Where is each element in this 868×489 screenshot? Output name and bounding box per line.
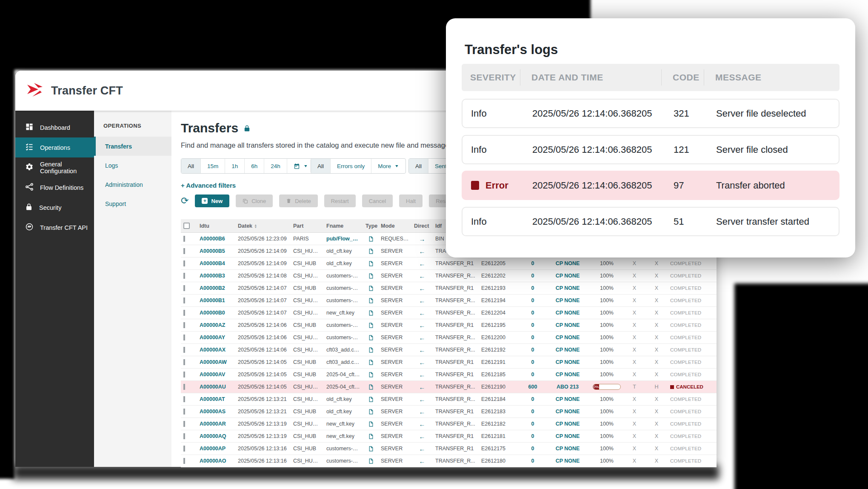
cell-idtu[interactable]: A00000AP xyxy=(197,446,235,452)
refresh-icon[interactable]: ⟳ xyxy=(181,196,188,206)
filter-option-errors-only[interactable]: Errors only xyxy=(330,159,371,173)
submenu-item-administration[interactable]: Administration xyxy=(94,175,171,194)
row-checkbox[interactable] xyxy=(183,446,185,452)
sidebar-item-security[interactable]: Security xyxy=(15,197,94,217)
row-checkbox[interactable] xyxy=(183,285,185,291)
select-all-checkbox[interactable] xyxy=(183,223,190,229)
new-button[interactable]: + New xyxy=(195,194,229,207)
cell-direct: ← xyxy=(411,396,433,403)
cell-idtu[interactable]: A00000AW xyxy=(197,359,235,365)
cell-idtu[interactable]: A00000AT xyxy=(197,396,235,402)
submenu-item-logs[interactable]: Logs xyxy=(94,156,171,175)
table-row-a00000b1[interactable]: A00000B12025/05/26 12:14:07CSI_HUB_KAF..… xyxy=(181,295,717,307)
sort-icon[interactable]: ▴▾ xyxy=(255,224,257,228)
cell-idtu[interactable]: A00000AQ xyxy=(197,433,235,439)
row-checkbox[interactable] xyxy=(183,359,185,365)
cell-idtu[interactable]: A00000AO xyxy=(197,458,235,464)
cell-idtu[interactable]: A00000AS xyxy=(197,409,235,415)
row-checkbox[interactable] xyxy=(183,322,185,328)
column-header-direct[interactable]: Direct xyxy=(411,223,433,229)
filter-option-all[interactable]: All xyxy=(311,159,330,173)
sidebar-item-dashboard[interactable]: Dashboard xyxy=(15,117,94,137)
filter-option-1h[interactable]: 1h xyxy=(225,159,244,173)
cell-idtu[interactable]: A00000B4 xyxy=(197,260,235,266)
cell-idtu[interactable]: A00000AV xyxy=(197,372,235,377)
row-checkbox[interactable] xyxy=(183,433,185,439)
brand-logo-icon xyxy=(26,81,44,100)
row-checkbox[interactable] xyxy=(183,372,185,377)
row-checkbox[interactable] xyxy=(183,273,185,279)
table-row-a00000ap[interactable]: A00000AP2025/05/26 12:13:16CSI_HUBcustom… xyxy=(181,443,717,455)
column-header-part[interactable]: Part xyxy=(291,223,324,229)
row-checkbox[interactable] xyxy=(183,297,185,303)
table-row-a00000aq[interactable]: A00000AQ2025/05/26 12:13:19CSI_HUBnew_cf… xyxy=(181,430,717,443)
filter-option-all[interactable]: All xyxy=(409,159,428,173)
row-checkbox[interactable] xyxy=(183,236,185,242)
row-checkbox[interactable] xyxy=(183,409,185,415)
delete-button[interactable]: Delete xyxy=(279,194,318,207)
row-checkbox[interactable] xyxy=(183,421,185,427)
cell-idtu[interactable]: A00000AY xyxy=(197,335,235,340)
cell-fname[interactable]: pub/Flow_0001 xyxy=(324,236,363,242)
table-row-a00000b4[interactable]: A00000B42025/05/26 12:14:09CSI_HUBold_cf… xyxy=(181,257,717,270)
filter-option-24h[interactable]: 24h xyxy=(264,159,287,173)
filter-option-6h[interactable]: 6h xyxy=(244,159,264,173)
table-row-a00000az[interactable]: A00000AZ2025/05/26 12:14:06CSI_HUBcustom… xyxy=(181,319,717,332)
filter-option-more[interactable]: More▼ xyxy=(371,159,405,173)
cell-part: CSI_HUB xyxy=(291,285,324,291)
advanced-filters-link[interactable]: + Advanced filters xyxy=(181,182,236,189)
column-header-mode[interactable]: Mode xyxy=(378,223,411,229)
cell-idtu[interactable]: A00000AZ xyxy=(197,322,235,328)
cell-idtu[interactable]: A00000B2 xyxy=(197,285,235,291)
row-checkbox[interactable] xyxy=(183,310,185,316)
row-checkbox[interactable] xyxy=(183,248,185,254)
row-checkbox[interactable] xyxy=(183,458,185,464)
table-row-a00000ar[interactable]: A00000AR2025/05/26 12:13:19CSI_HUB_KAF..… xyxy=(181,418,717,430)
cancel-button[interactable]: Cancel xyxy=(362,194,393,207)
table-row-a00000ax[interactable]: A00000AX2025/05/26 12:14:06CSI_HUB_KAF..… xyxy=(181,344,717,356)
submenu-item-support[interactable]: Support xyxy=(94,194,171,213)
filter-option-15m[interactable]: 15m xyxy=(200,159,225,173)
cell-type xyxy=(363,285,378,292)
log-message: Server file closed xyxy=(705,144,840,155)
cell-direct: ← xyxy=(411,260,433,267)
row-checkbox[interactable] xyxy=(183,347,185,353)
table-row-a00000b3[interactable]: A00000B32025/05/26 12:14:08CSI_HUB_KAF..… xyxy=(181,270,717,282)
table-row-a00000aw[interactable]: A00000AW2025/05/26 12:14:05CSI_HUBcft03_… xyxy=(181,356,717,369)
column-header-idtu[interactable]: Idtu xyxy=(197,223,235,229)
table-row-a00000at[interactable]: A00000AT2025/05/26 12:13:21CSI_HUB_KAF..… xyxy=(181,393,717,406)
restart-button[interactable]: Restart xyxy=(324,194,356,207)
column-header-fname[interactable]: Fname xyxy=(324,223,363,229)
row-checkbox[interactable] xyxy=(183,260,185,266)
row-checkbox[interactable] xyxy=(183,396,185,402)
table-row-a00000ay[interactable]: A00000AY2025/05/26 12:14:06CSI_HUB_KAF..… xyxy=(181,332,717,344)
table-row-a00000b0[interactable]: A00000B02025/05/26 12:14:07CSI_HUB_KAF..… xyxy=(181,307,717,319)
row-checkbox[interactable] xyxy=(183,335,185,340)
clone-button[interactable]: Clone xyxy=(236,194,273,207)
submenu-item-transfers[interactable]: Transfers xyxy=(94,137,171,156)
sidebar-item-transfer-cft-api[interactable]: Transfer CFT API xyxy=(15,217,94,237)
cell-idtu[interactable]: A00000B6 xyxy=(197,236,235,242)
table-row-a00000b2[interactable]: A00000B22025/05/26 12:14:07CSI_HUBcustom… xyxy=(181,282,717,295)
arrow-left-icon: ← xyxy=(419,285,425,292)
halt-button[interactable]: Halt xyxy=(399,194,423,207)
cell-idtu[interactable]: A00000AR xyxy=(197,421,235,427)
cell-idtu[interactable]: A00000B5 xyxy=(197,248,235,254)
cell-idtu[interactable]: A00000B3 xyxy=(197,273,235,279)
table-row-a00000au[interactable]: A00000AU2025/05/26 12:14:05CSI_HUB_KAF..… xyxy=(181,381,717,393)
cell-idtu[interactable]: A00000AX xyxy=(197,347,235,353)
sidebar-item-operations[interactable]: Operations xyxy=(15,137,94,157)
column-header-type[interactable]: Type xyxy=(363,223,378,229)
row-checkbox[interactable] xyxy=(183,384,185,390)
sidebar-item-general-configuration[interactable]: General Configuration xyxy=(15,157,94,177)
cell-idtu[interactable]: A00000B0 xyxy=(197,310,235,316)
cell-idtu[interactable]: A00000AU xyxy=(197,384,235,390)
cell-flag-1: X xyxy=(623,273,645,279)
column-header-datek[interactable]: Datek▴▾ xyxy=(235,223,291,229)
filter-option-all[interactable]: All xyxy=(181,159,200,173)
table-row-a00000as[interactable]: A00000AS2025/05/26 12:13:21CSI_HUBold_cf… xyxy=(181,406,717,418)
table-row-a00000ao[interactable]: A00000AO2025/05/26 12:13:16CSI_HUB_KAF..… xyxy=(181,455,717,467)
table-row-a00000av[interactable]: A00000AV2025/05/26 12:14:05CSI_HUB2025-0… xyxy=(181,369,717,381)
sidebar-item-flow-definitions[interactable]: Flow Definitions xyxy=(15,177,94,197)
cell-idtu[interactable]: A00000B1 xyxy=(197,297,235,303)
